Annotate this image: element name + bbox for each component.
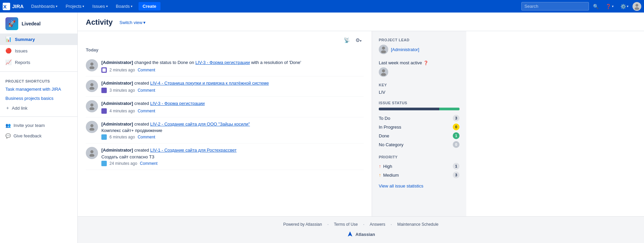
comment-button[interactable]: Comment	[138, 68, 155, 72]
nav-issues[interactable]: Issues ▾	[89, 0, 111, 13]
rss-icon-button[interactable]: 📡	[342, 37, 352, 44]
jira-logo[interactable]: X JIRA	[3, 3, 24, 10]
lead-row: [Administrator]	[379, 45, 460, 54]
activity-item: [Administrator] created LIV-2 - Создание…	[86, 117, 364, 144]
svg-point-8	[90, 87, 95, 89]
comment-button[interactable]: Comment	[140, 161, 157, 166]
settings-icon-button[interactable]: ⚙️▾	[618, 2, 631, 10]
view-all-statistics-link[interactable]: View all issue statistics	[379, 183, 423, 189]
priority-row-high: ↑ High 1	[379, 162, 460, 171]
give-feedback-button[interactable]: 💬 Give feedback	[0, 131, 77, 141]
svg-point-4	[90, 63, 93, 66]
svg-point-14	[90, 154, 95, 157]
search-icon-button[interactable]: 🔍	[590, 2, 601, 10]
medium-priority-arrow-icon: ↑	[379, 172, 381, 178]
svg-point-10	[90, 107, 95, 110]
priority-row-medium: ↑ Medium 3	[379, 171, 460, 179]
comment-button[interactable]: Comment	[138, 135, 155, 139]
search-input[interactable]	[521, 2, 589, 10]
activity-item: [Administrator] created LIV-1 - Создание…	[86, 143, 364, 170]
lead-name[interactable]: [Administrator]	[391, 47, 419, 52]
svg-point-15	[382, 47, 385, 50]
task-icon	[101, 161, 107, 166]
activity-body: [Administrator] created LIV-3 - Форма ре…	[101, 100, 364, 114]
status-count-todo: 3	[453, 115, 460, 122]
nav-dashboards[interactable]: Dashboards ▾	[28, 0, 61, 13]
shortcut-link-1[interactable]: Business projects basics	[0, 94, 77, 103]
status-count-inprogress: 0	[453, 124, 460, 130]
chevron-down-icon: ▾	[82, 4, 84, 8]
project-lead-title: Project Lead	[379, 38, 460, 42]
svg-text:X: X	[3, 3, 6, 9]
shortcut-link-0[interactable]: Task management with JIRA	[0, 85, 77, 94]
chevron-down-icon: ▾	[143, 20, 146, 25]
plus-icon: ＋	[5, 105, 10, 111]
project-name: Livedeal	[22, 21, 41, 26]
comment-button[interactable]: Comment	[138, 109, 155, 113]
footer-links: Powered by Atlassian · Terms of Use · An…	[83, 222, 639, 227]
story-icon	[101, 88, 107, 93]
svg-point-18	[381, 73, 386, 76]
status-label-inprogress: In Progress	[379, 125, 401, 130]
switch-view-button[interactable]: Switch view ▾	[117, 19, 148, 26]
footer-link-1[interactable]: Terms of Use	[334, 222, 358, 227]
priority-title: Priority	[379, 155, 460, 159]
issue-status-bar	[379, 108, 460, 110]
task-icon	[101, 134, 107, 140]
create-button[interactable]: Create	[139, 2, 160, 10]
story-icon	[101, 108, 107, 114]
high-priority-arrow-icon: ↑	[379, 163, 381, 169]
user-avatar[interactable]	[633, 2, 641, 11]
footer-link-2[interactable]: Answers	[370, 222, 385, 227]
activity-meta: 6 minutes ago Comment	[101, 134, 364, 140]
activity-issue-link[interactable]: LIV-1 - Создание сайта для Ростехрассвет	[150, 148, 237, 153]
activity-issue-link[interactable]: LIV-4 - Страница покупки и привязка к пл…	[150, 81, 269, 86]
sidebar-item-reports[interactable]: 📈 Reports	[0, 57, 77, 68]
chevron-down-icon: ▾	[56, 4, 57, 8]
svg-point-7	[90, 83, 93, 86]
add-link-button[interactable]: ＋ Add link	[0, 103, 77, 113]
chevron-down-icon: ▾	[131, 4, 132, 8]
project-icon: 🚀	[5, 17, 18, 30]
activity-description: Создать сайт согласно ТЗ	[101, 154, 364, 159]
activity-time: 3 minutes ago	[109, 88, 135, 93]
invite-team-button[interactable]: 👥 Invite your team	[0, 120, 77, 131]
activity-meta: 4 minutes ago Comment	[101, 108, 364, 114]
key-label: Key	[379, 83, 460, 87]
nav-boards[interactable]: Boards ▾	[113, 0, 136, 13]
priority-section: Priority ↑ High 1 ↑ Medium 3	[379, 155, 460, 179]
svg-rect-6	[102, 68, 106, 72]
project-header: 🚀 Livedeal	[0, 13, 77, 34]
sidebar-item-issues[interactable]: 🔴 Issues	[0, 45, 77, 57]
activity-meta: 24 minutes ago Comment	[101, 161, 364, 166]
svg-marker-19	[348, 231, 352, 237]
footer-link-3[interactable]: Maintenance Schedule	[397, 222, 439, 227]
sidebar-item-summary[interactable]: 📊 Summary	[0, 34, 77, 45]
help-icon-button[interactable]: ❓▾	[603, 2, 616, 10]
last-week-section: Last week most active ❓	[379, 60, 460, 77]
avatar	[86, 147, 98, 159]
activity-issue-link[interactable]: LIV-3 - Форма регистрации	[150, 101, 204, 106]
activity-text: [Administrator] changed the status to Do…	[101, 59, 364, 66]
activity-body: [Administrator] created LIV-1 - Создание…	[101, 147, 364, 166]
settings-feed-button[interactable]: ⚙▾	[353, 37, 364, 44]
priority-label-high: ↑ High	[379, 163, 392, 169]
reports-icon: 📈	[5, 59, 11, 65]
summary-icon: 📊	[5, 36, 11, 42]
sidebar-divider-1	[0, 71, 77, 72]
footer-link-0: Powered by Atlassian	[283, 222, 322, 227]
comment-button[interactable]: Comment	[138, 88, 155, 93]
help-icon[interactable]: ❓	[423, 61, 428, 65]
avatar	[86, 80, 98, 92]
story-icon	[101, 67, 107, 73]
activity-issue-link[interactable]: LIV-2 - Создание сайта для ООО "Зайцы ко…	[150, 122, 250, 127]
activity-issue-link[interactable]: LIV-3 - Форма регистрации	[195, 60, 250, 65]
svg-point-2	[636, 4, 638, 6]
nav-projects[interactable]: Projects ▾	[62, 0, 88, 13]
main-header: Activity Switch view ▾	[78, 13, 644, 31]
svg-point-3	[635, 7, 639, 10]
svg-point-13	[90, 150, 93, 153]
status-row-done: Done 1	[379, 131, 460, 140]
svg-point-12	[90, 128, 95, 130]
activity-description: Комплекс сайт+ продвижение	[101, 128, 364, 133]
